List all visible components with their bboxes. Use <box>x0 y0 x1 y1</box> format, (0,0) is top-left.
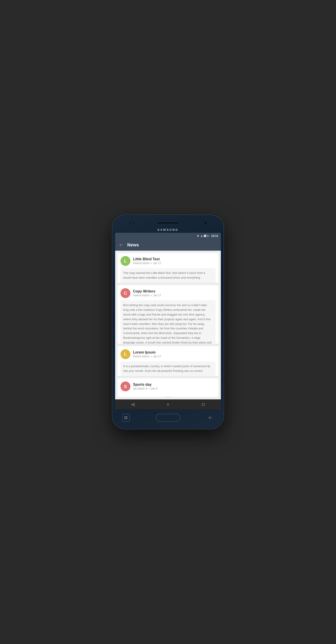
phone-device: SAMSUNG ▼ ▲ 12:11 ← News L <box>112 215 224 429</box>
card-meta: Copy Writers Patrick Admin Jan 17 <box>133 289 161 297</box>
card-header: L Little Blind Text Patrick Admin Jan 17 <box>117 253 219 268</box>
dot-separator <box>151 356 152 357</box>
card-footer[interactable]: ▽ <box>117 394 219 397</box>
news-card: C Copy Writers Patrick Admin Jan 17 But … <box>117 285 219 344</box>
card-title: Copy Writers <box>133 289 161 294</box>
card-meta: Little Blind Text Patrick Admin Jan 17 <box>133 257 161 265</box>
card-subtitle: Patrick Admin Jan 17 <box>133 355 161 358</box>
nav-home-button[interactable]: ○ <box>163 400 173 409</box>
bottom-bezel <box>115 409 221 425</box>
card-subtitle: Patrick Admin Jan 17 <box>133 262 161 265</box>
news-card: L Little Blind Text Patrick Admin Jan 17… <box>117 253 219 283</box>
card-title: Little Blind Text <box>133 257 161 261</box>
nav-recent-button[interactable]: □ <box>199 400 208 409</box>
card-header: L Lorem Ipsum Patrick Admin Jan 17 <box>117 346 219 361</box>
svg-rect-1 <box>126 416 127 418</box>
svg-rect-2 <box>124 418 126 419</box>
expand-icon[interactable]: ▽ <box>167 396 169 397</box>
status-time: 12:11 <box>211 234 218 238</box>
bottom-left-hardware-button <box>122 414 130 422</box>
card-header: C Copy Writers Patrick Admin Jan 17 <box>117 285 219 300</box>
card-title: Sports day <box>133 382 157 386</box>
battery-icon <box>204 235 208 237</box>
signal-icon: ▲ <box>200 234 203 237</box>
news-feed[interactable]: L Little Blind Text Patrick Admin Jan 17… <box>115 251 221 399</box>
card-body: But nothing the copy said could convince… <box>120 300 216 344</box>
phone-screen: ▼ ▲ 12:11 ← News L Little Blind Text <box>115 233 221 409</box>
avatar: C <box>120 288 130 298</box>
sensor-dot-2 <box>132 222 134 224</box>
card-title: Lorem Ipsum <box>133 350 161 354</box>
svg-rect-3 <box>126 418 127 419</box>
front-sensors <box>129 222 134 224</box>
home-pill-button[interactable] <box>156 414 180 422</box>
card-body: It is a paradisematic country, in which … <box>120 361 216 376</box>
earpiece <box>157 222 179 224</box>
app-header: ← News <box>115 239 221 251</box>
top-bezel <box>115 219 221 227</box>
bottom-navigation: ◁ ○ □ <box>115 399 221 409</box>
status-bar: ▼ ▲ 12:11 <box>115 233 221 239</box>
dot-separator <box>148 388 149 389</box>
wifi-icon: ▼ <box>197 234 200 238</box>
card-header: S Sports day Qa Admin 4 Jan 8 <box>117 378 219 394</box>
brand-label: SAMSUNG <box>157 228 179 232</box>
front-camera <box>204 221 207 225</box>
card-meta: Lorem Ipsum Patrick Admin Jan 17 <box>133 350 161 358</box>
back-hardware-icon <box>208 415 213 420</box>
card-meta: Sports day Qa Admin 4 Jan 8 <box>133 382 157 390</box>
back-button[interactable]: ← <box>119 242 124 248</box>
dot-separator <box>151 263 152 264</box>
card-footer[interactable]: ▽ <box>117 283 219 283</box>
status-icons: ▼ ▲ 12:11 <box>197 234 218 238</box>
avatar: S <box>120 382 130 391</box>
dot-separator <box>151 295 152 296</box>
nav-back-button[interactable]: ◁ <box>128 400 137 409</box>
svg-rect-0 <box>124 416 126 418</box>
page-title: News <box>127 242 139 248</box>
recent-apps-icon <box>124 416 128 420</box>
news-card: L Lorem Ipsum Patrick Admin Jan 17 It is… <box>117 346 219 376</box>
battery-tip <box>209 236 209 236</box>
avatar: L <box>120 349 130 359</box>
bottom-right-hardware-button <box>206 414 214 422</box>
card-body: The copy warned the Little Blind Text, t… <box>120 268 216 283</box>
news-card: S Sports day Qa Admin 4 Jan 8 ▽ <box>117 378 219 397</box>
card-subtitle: Patrick Admin Jan 17 <box>133 294 161 297</box>
avatar: L <box>120 256 130 266</box>
card-subtitle: Qa Admin 4 Jan 8 <box>133 387 157 390</box>
sensor-dot-1 <box>129 222 131 224</box>
